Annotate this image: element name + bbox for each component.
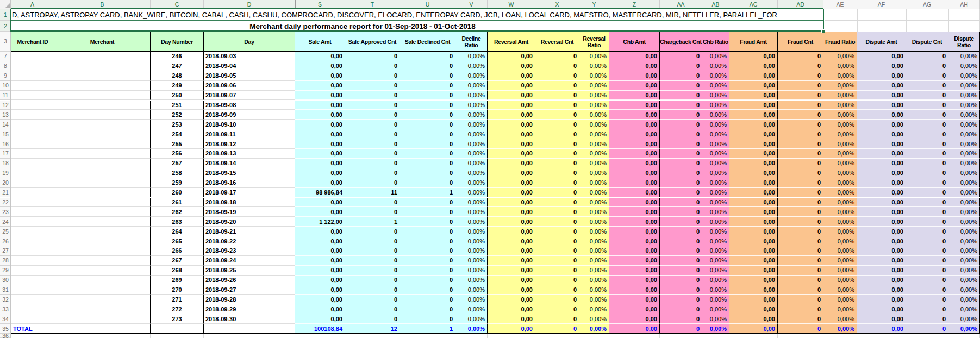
cell-C16[interactable]: 255: [151, 139, 204, 149]
cell-AB23[interactable]: 0,00%: [702, 207, 729, 217]
cell-AC32[interactable]: 0,00: [729, 295, 778, 305]
cell-C13[interactable]: 252: [151, 110, 204, 120]
cell-Y33[interactable]: 0,00%: [579, 304, 609, 314]
cell-AA13[interactable]: 0: [660, 110, 702, 120]
column-title-af-cell[interactable]: Dispute Amt: [857, 32, 906, 52]
cell-AC26[interactable]: 0,00: [729, 236, 778, 246]
column-title-ae-cell[interactable]: Fraud Ratio: [823, 32, 857, 52]
cell-AD31[interactable]: 0: [778, 285, 823, 295]
select-all-corner[interactable]: [0, 0, 11, 9]
cell-AF32[interactable]: 0,00: [857, 295, 906, 305]
cell-AC34[interactable]: 0,00: [729, 314, 778, 324]
cell-W34[interactable]: 0,00: [488, 314, 535, 324]
cell-AH25[interactable]: 0,00%: [948, 227, 980, 236]
cell-W10[interactable]: 0,00: [488, 81, 535, 91]
column-header-AH[interactable]: AH: [948, 0, 980, 9]
cell-D31[interactable]: 2018-09-27: [204, 285, 295, 295]
cell-Y25[interactable]: 0,00%: [579, 227, 609, 236]
cell-Y19[interactable]: 0,00%: [579, 168, 609, 178]
cell-T20[interactable]: 0: [345, 178, 400, 188]
cell-C32[interactable]: 271: [151, 295, 204, 305]
cell-U9[interactable]: 0: [400, 71, 455, 81]
cell-S28[interactable]: 0,00: [295, 256, 345, 266]
cell-Y9[interactable]: 0,00%: [579, 71, 609, 81]
cell-AB18[interactable]: 0,00%: [702, 159, 729, 168]
cell-V10[interactable]: 0,00%: [455, 81, 488, 91]
cell-AA15[interactable]: 0: [660, 129, 702, 139]
selection-fill-handle[interactable]: [821, 29, 825, 33]
cell-AH22[interactable]: 0,00%: [948, 198, 980, 208]
cell-S27[interactable]: 0,00: [295, 246, 345, 256]
cell-AG17[interactable]: 0: [906, 149, 948, 159]
cell-AD21[interactable]: 0: [778, 188, 823, 198]
row-header-10[interactable]: 10: [0, 81, 11, 91]
cell-V23[interactable]: 0,00%: [455, 207, 488, 217]
cell-AH10[interactable]: 0,00%: [948, 81, 980, 91]
cell-W24[interactable]: 0,00: [488, 217, 535, 227]
cell-T16[interactable]: 0: [345, 139, 400, 149]
cell-Y20[interactable]: 0,00%: [579, 178, 609, 188]
cell-AF31[interactable]: 0,00: [857, 285, 906, 295]
cell-Z17[interactable]: 0,00: [609, 149, 660, 159]
cell-W21[interactable]: 0,00: [488, 188, 535, 198]
cell-T17[interactable]: 0: [345, 149, 400, 159]
cell-AD29[interactable]: 0: [778, 266, 823, 276]
cell-C30[interactable]: 269: [151, 276, 204, 285]
cell-A29[interactable]: [11, 266, 54, 276]
column-title-b-cell[interactable]: Merchant: [54, 32, 151, 52]
cell-U15[interactable]: 0: [400, 129, 455, 139]
cell-AA10[interactable]: 0: [660, 81, 702, 91]
cell-C33[interactable]: 272: [151, 304, 204, 314]
cell-AB15[interactable]: 0,00%: [702, 129, 729, 139]
cell-X28[interactable]: 0: [535, 256, 579, 266]
cell-A14[interactable]: [11, 120, 54, 129]
cell-AA23[interactable]: 0: [660, 207, 702, 217]
cell-AH31[interactable]: 0,00%: [948, 285, 980, 295]
cell-U33[interactable]: 0: [400, 304, 455, 314]
cell-X24[interactable]: 0: [535, 217, 579, 227]
cell-D20[interactable]: 2018-09-16: [204, 178, 295, 188]
cell-AD23[interactable]: 0: [778, 207, 823, 217]
cell-AE12[interactable]: 0,00%: [823, 101, 857, 110]
cell-AA20[interactable]: 0: [660, 178, 702, 188]
cell-V35[interactable]: 0,00%: [455, 324, 488, 334]
column-title-v-cell[interactable]: Decline Ratio: [455, 32, 488, 52]
cell-A12[interactable]: [11, 101, 54, 110]
cell-D19[interactable]: 2018-09-15: [204, 168, 295, 178]
cell-D18[interactable]: 2018-09-14: [204, 159, 295, 168]
cell-A30[interactable]: [11, 276, 54, 285]
cell-U25[interactable]: 0: [400, 227, 455, 236]
cell-S12[interactable]: 0,00: [295, 101, 345, 110]
cell-AG14[interactable]: 0: [906, 120, 948, 129]
cell-T24[interactable]: 1: [345, 217, 400, 227]
cell-B22[interactable]: [54, 198, 151, 208]
cell-A28[interactable]: [11, 256, 54, 266]
cell-A26[interactable]: [11, 236, 54, 246]
row-header-15[interactable]: 15: [0, 129, 11, 139]
cell-AD18[interactable]: 0: [778, 159, 823, 168]
cell-AA35[interactable]: 0: [660, 324, 702, 334]
cell-S31[interactable]: 0,00: [295, 285, 345, 295]
cell-AB22[interactable]: 0,00%: [702, 198, 729, 208]
cell-AF25[interactable]: 0,00: [857, 227, 906, 236]
cell-AA8[interactable]: 0: [660, 61, 702, 71]
cell-C36[interactable]: [151, 334, 204, 338]
cell-X32[interactable]: 0: [535, 295, 579, 305]
cell-AE26[interactable]: 0,00%: [823, 236, 857, 246]
cell-V24[interactable]: 0,00%: [455, 217, 488, 227]
cell-U23[interactable]: 0: [400, 207, 455, 217]
cell-AC14[interactable]: 0,00: [729, 120, 778, 129]
cell-AE20[interactable]: 0,00%: [823, 178, 857, 188]
cell-C19[interactable]: 258: [151, 168, 204, 178]
cell-X16[interactable]: 0: [535, 139, 579, 149]
cell-AE31[interactable]: 0,00%: [823, 285, 857, 295]
cell-AC11[interactable]: 0,00: [729, 91, 778, 101]
cell-AH16[interactable]: 0,00%: [948, 139, 980, 149]
cell-U35[interactable]: 1: [400, 324, 455, 334]
cell-AB32[interactable]: 0,00%: [702, 295, 729, 305]
row-header-7[interactable]: 7: [0, 52, 11, 61]
cell-B35[interactable]: [54, 324, 151, 334]
cell-AE22[interactable]: 0,00%: [823, 198, 857, 208]
cell-AD27[interactable]: 0: [778, 246, 823, 256]
cell-AA34[interactable]: 0: [660, 314, 702, 324]
